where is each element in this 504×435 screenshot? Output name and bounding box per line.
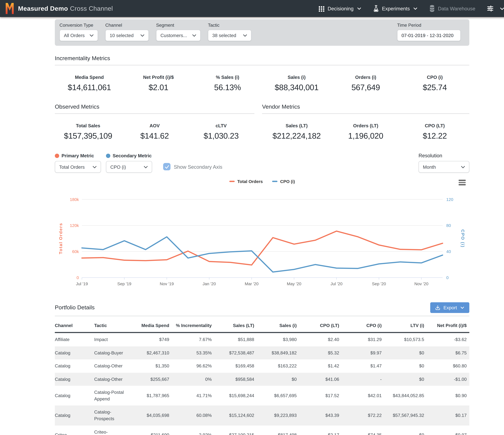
filter-conversion-type: Conversion Type All Orders bbox=[59, 23, 98, 41]
table-cell: $1,787,965 bbox=[129, 386, 172, 406]
download-icon bbox=[435, 305, 441, 310]
legend-item-total-orders[interactable]: Total Orders bbox=[229, 179, 263, 184]
segment-value: Customers... bbox=[161, 33, 188, 38]
app-title-bold: Measured Demo bbox=[18, 5, 68, 12]
column-header: Channel bbox=[55, 320, 94, 333]
column-header: CPO (LT) bbox=[299, 320, 342, 333]
table-cell: 0% bbox=[172, 373, 214, 386]
conversion-type-dropdown[interactable]: All Orders bbox=[59, 30, 98, 41]
table-cell: $9,223,893 bbox=[257, 406, 299, 425]
filter-time-period: Time Period 07-01-2019 - 12-31-2020 bbox=[397, 23, 461, 41]
metric-orders-lt: Orders (LT) 1,196,020 bbox=[331, 123, 400, 141]
metric-value: $157,395,109 bbox=[55, 131, 121, 141]
series-line-cpo-i- bbox=[82, 237, 443, 272]
table-cell: Catalog bbox=[55, 386, 94, 406]
metric-label: CPO (i) bbox=[400, 75, 469, 80]
metric-orders-i: Orders (i) 567,649 bbox=[331, 75, 400, 92]
legend-item-cpo[interactable]: CPO (i) bbox=[272, 179, 295, 184]
nav-item-settings[interactable] bbox=[487, 5, 504, 12]
table-row[interactable]: CatalogCatalog-Buyer$2,467,31053.35%$72,… bbox=[55, 346, 469, 359]
column-header: LTV (i) bbox=[384, 320, 427, 333]
show-secondary-axis-label: Show Secondary Axis bbox=[174, 164, 222, 170]
table-cell: $169,458 bbox=[214, 359, 257, 373]
table-cell: $817,498 bbox=[257, 425, 299, 435]
measured-logo-icon bbox=[5, 3, 14, 14]
y-axis-right-tick: 80 bbox=[446, 223, 451, 228]
nav-item-experiments[interactable]: Experiments bbox=[373, 5, 418, 12]
table-cell: Catalog bbox=[55, 346, 94, 359]
table-row[interactable]: CatalogCatalog-Other$255,6670%$958,584$0… bbox=[55, 373, 469, 386]
chart-context-menu-icon[interactable] bbox=[458, 179, 467, 186]
metric-label: Sales (LT) bbox=[262, 123, 331, 128]
secondary-metric-dropdown[interactable]: CPO (i) bbox=[106, 161, 152, 173]
table-row[interactable]: AffiliateImpact$7497.67%$51,888$3,980$2.… bbox=[55, 332, 469, 346]
line-chart-plot: 0060k40120k80180k120Jul '19Sep '19Nov '1… bbox=[55, 185, 469, 289]
table-cell: 53.35% bbox=[172, 346, 214, 359]
tactic-value: 38 selected bbox=[212, 33, 239, 38]
table-cell: $2,467,310 bbox=[129, 346, 172, 359]
x-axis-label: Sep '20 bbox=[372, 281, 386, 286]
metric-label: % Sales (i) bbox=[193, 75, 262, 80]
table-cell: $5.32 bbox=[299, 346, 342, 359]
table-cell: $0.97 bbox=[427, 425, 469, 435]
table-cell: Criteo-Retargeting bbox=[94, 425, 130, 435]
table-cell: $3,980 bbox=[257, 332, 299, 346]
table-cell: $4,035,698 bbox=[129, 406, 172, 425]
channel-dropdown[interactable]: 10 selected bbox=[105, 30, 149, 41]
metric-label: AOV bbox=[121, 123, 188, 128]
table-cell: 41.71% bbox=[172, 386, 214, 406]
primary-metric-label-row: Primary Metric bbox=[55, 153, 101, 158]
chevron-down-icon bbox=[89, 33, 94, 38]
export-button[interactable]: Export bbox=[430, 302, 469, 313]
table-cell: $0 bbox=[257, 373, 299, 386]
tactic-label: Tactic bbox=[208, 23, 252, 28]
nav-item-decisioning[interactable]: Decisioning bbox=[318, 5, 361, 12]
nav-label-decisioning: Decisioning bbox=[328, 6, 353, 11]
table-cell: $0 bbox=[384, 373, 427, 386]
divider bbox=[55, 65, 469, 65]
observed-section: Observed Metrics Total Sales $157,395,10… bbox=[55, 104, 254, 141]
legend-dash-secondary bbox=[272, 181, 278, 182]
channel-value: 10 selected bbox=[110, 33, 136, 38]
column-header: % Incrementality bbox=[172, 320, 214, 333]
resolution-dropdown[interactable]: Month bbox=[419, 161, 469, 173]
metric-value: $2.01 bbox=[124, 83, 193, 92]
table-cell: $749 bbox=[129, 332, 172, 346]
table-row[interactable]: CriteoCriteo-Retargeting$211,6902.92%$27… bbox=[55, 425, 469, 435]
divider bbox=[55, 316, 469, 316]
tactic-dropdown[interactable]: 38 selected bbox=[208, 30, 252, 41]
observed-title: Observed Metrics bbox=[55, 104, 254, 110]
incrementality-metrics: Media Spend $14,611,061 Net Profit (i)/$… bbox=[55, 75, 469, 92]
metric-cltv: cLTV $1,030.23 bbox=[188, 123, 254, 141]
metric-cpo-i: CPO (i) $25.74 bbox=[400, 75, 469, 92]
table-row[interactable]: CatalogCatalog-Postal Append$1,787,96541… bbox=[55, 386, 469, 406]
table-cell: $60.80 bbox=[427, 359, 469, 373]
table-row[interactable]: CatalogCatalog-Other$1,35096.62%$169,458… bbox=[55, 359, 469, 373]
primary-metric-dropdown[interactable]: Total Orders bbox=[55, 161, 101, 173]
metric-value: $1,030.23 bbox=[188, 131, 254, 141]
metric-value: 1,196,020 bbox=[331, 131, 400, 141]
show-secondary-axis-checkbox[interactable] bbox=[163, 163, 171, 170]
nav-item-data-warehouse[interactable]: Data Warehouse bbox=[429, 5, 475, 12]
table-cell: $0.17 bbox=[427, 406, 469, 425]
table-cell: 7.67% bbox=[172, 332, 214, 346]
chevron-down-icon bbox=[413, 6, 418, 11]
table-cell: $255,667 bbox=[129, 373, 172, 386]
table-cell: Catalog bbox=[55, 373, 94, 386]
time-period-input[interactable]: 07-01-2019 - 12-31-2020 bbox=[397, 30, 461, 41]
resolution-group: Resolution Month bbox=[419, 153, 469, 173]
secondary-metric-group: Secondary Metric CPO (i) bbox=[106, 153, 152, 173]
column-header: Tactic bbox=[94, 320, 130, 333]
metric-value: 567,649 bbox=[331, 83, 400, 92]
table-header-row: ChannelTacticMedia Spend% Incrementality… bbox=[55, 320, 469, 333]
table-row[interactable]: CatalogCatalog-Prospects$4,035,69860.08%… bbox=[55, 406, 469, 425]
conversion-type-label: Conversion Type bbox=[59, 23, 98, 28]
segment-dropdown[interactable]: Customers... bbox=[156, 30, 201, 41]
flask-icon bbox=[373, 5, 379, 12]
table-cell: Catalog-Prospects bbox=[94, 406, 130, 425]
primary-metric-label: Primary Metric bbox=[62, 153, 94, 158]
incrementality-section: Incrementality Metrics Media Spend $14,6… bbox=[55, 55, 469, 92]
metric-aov: AOV $141.62 bbox=[121, 123, 188, 141]
metric-value: $141.62 bbox=[121, 131, 188, 141]
brand: Measured DemoCross Channel bbox=[5, 3, 113, 14]
